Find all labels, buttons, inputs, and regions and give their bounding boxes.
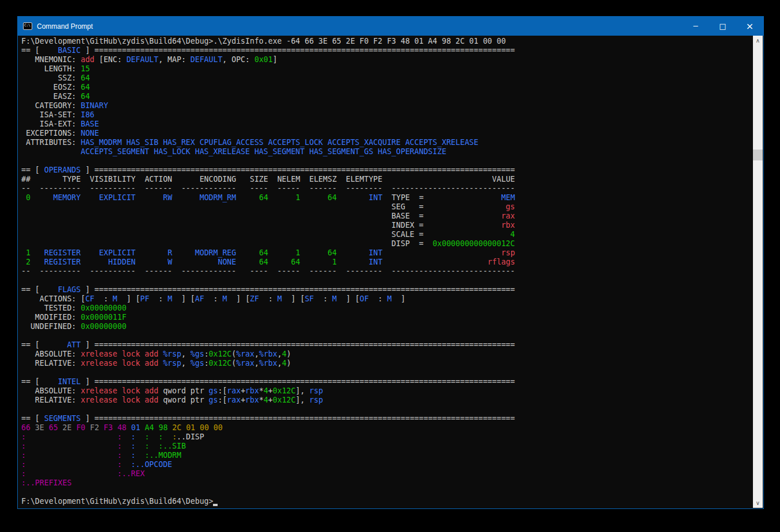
console-text: TYPE = — [391, 193, 424, 202]
console-text — [424, 239, 433, 248]
console-text — [236, 248, 250, 257]
close-button[interactable]: × — [736, 17, 763, 36]
console-line: 1 REGISTER EXPLICIT R MODRM_REG 64 1 64 … — [21, 248, 753, 258]
console-text: + — [241, 386, 245, 395]
console-text: gs — [209, 396, 218, 404]
console-line: CATEGORY: BINARY — [21, 101, 753, 110]
console-text: ACCEPTS_SEGMENT HAS_LOCK HAS_XRELEASE HA… — [21, 147, 446, 156]
minimize-button[interactable]: ─ — [682, 17, 709, 36]
console-text — [209, 423, 214, 432]
console-text — [337, 258, 346, 266]
scrollbar-thumb[interactable] — [753, 150, 763, 160]
console-text: CATEGORY: — [21, 101, 81, 110]
console-text: MODRM_RM — [181, 193, 236, 202]
console-text: ABSOLUTE: — [21, 386, 81, 395]
console-text: 98 — [158, 423, 168, 432]
console-text: M — [113, 294, 117, 303]
console-text: : — [314, 294, 332, 303]
console-text: 64 — [250, 258, 268, 266]
console-text: + — [268, 396, 273, 404]
console-text: %rbx — [259, 350, 277, 358]
console-text: SEG = — [391, 202, 424, 211]
console-line: ISA-SET: I86 — [21, 110, 753, 120]
console-text: INT — [346, 248, 383, 257]
console-text — [424, 221, 501, 229]
console-text: 1 — [277, 248, 300, 257]
console-text — [172, 258, 181, 266]
console-text: 4 — [282, 359, 287, 368]
console-text: :..SIB — [158, 442, 186, 450]
console-text — [337, 248, 346, 257]
console-text — [236, 193, 250, 202]
console-text — [21, 212, 391, 220]
console-line: 66 3E 65 2E F0 F2 F3 48 01 A4 98 2C 01 0… — [21, 423, 753, 433]
console-text: ========================================… — [94, 414, 515, 423]
console-line: F:\Development\GitHub\zydis\Build64\Debu… — [21, 497, 753, 506]
console-text: 64 — [309, 248, 337, 257]
console-text: 2E — [63, 423, 72, 432]
console-text: : — [21, 460, 26, 469]
scrollbar[interactable]: ∧ ∨ — [753, 36, 763, 508]
console-line: ATTRIBUTES: HAS_MODRM HAS_SIB HAS_REX CP… — [21, 138, 753, 147]
console-line: == [ INTEL ] ===========================… — [21, 377, 753, 386]
console-text: : — [131, 451, 136, 460]
console-text: --------------------------- — [391, 184, 515, 193]
console-text: REGISTER — [40, 248, 81, 257]
console-text — [140, 423, 145, 432]
console-text — [122, 460, 131, 469]
console-text: M — [168, 294, 172, 303]
console-text: EOSZ: — [21, 83, 81, 91]
maximize-button[interactable]: □ — [709, 17, 736, 36]
console-text — [300, 248, 309, 257]
console-text — [26, 442, 117, 450]
console-text: M — [277, 294, 282, 303]
console-line: 2 REGISTER HIDDEN W NONE 64 64 1 INT rfl… — [21, 258, 753, 267]
console-text: 00 — [200, 423, 209, 432]
console-text: AF — [195, 294, 204, 303]
scroll-up-icon[interactable]: ∧ — [753, 36, 763, 45]
console-line: SCALE = 4 — [21, 230, 753, 239]
console-text — [122, 451, 131, 460]
console-text: 0x0000011F — [81, 313, 126, 322]
titlebar[interactable]: C:\ Command Prompt ─ □ × — [18, 17, 763, 36]
console-line: ABSOLUTE: xrelease lock add %rsp, %gs:0x… — [21, 350, 753, 359]
console-line: SSZ: 64 — [21, 74, 753, 83]
console-text: : — [117, 433, 122, 441]
console-text — [26, 451, 117, 460]
console-text: ========================================… — [94, 166, 515, 174]
console-text — [382, 193, 391, 202]
scroll-down-icon[interactable]: ∨ — [753, 498, 763, 508]
console-text: ISA-SET: — [21, 110, 81, 119]
console-text: HIDDEN — [90, 258, 135, 266]
console-text: 1 — [309, 258, 337, 266]
desktop: C:\ Command Prompt ─ □ × F:\Development\… — [0, 0, 780, 532]
console-text — [58, 423, 63, 432]
console-text: 48 — [117, 423, 127, 432]
console-text: ATT — [67, 340, 81, 349]
console-text: OPERANDS — [44, 166, 81, 174]
console-text: RW — [144, 193, 172, 202]
console-text: , — [277, 359, 282, 368]
console-text: , — [254, 359, 259, 368]
console-text: 64 — [81, 92, 90, 101]
console-text: PF — [140, 294, 149, 303]
console-text — [21, 202, 391, 211]
console-text: :..MODRM — [144, 451, 181, 460]
console-text: %rax — [236, 350, 254, 358]
console-line: ISA-EXT: BASE — [21, 120, 753, 129]
console-text: EXPLICIT — [90, 193, 135, 202]
console-text — [122, 433, 131, 441]
console-text — [26, 460, 117, 469]
console-text: 2 — [21, 258, 31, 266]
console-line: TESTED: 0x00000000 — [21, 304, 753, 313]
console-text: SEGMENTS — [44, 414, 81, 423]
console-text: -- --------- ---------- ------ ---------… — [21, 267, 391, 275]
console-output[interactable]: F:\Development\GitHub\zydis\Build64\Debu… — [18, 36, 753, 508]
console-text: 1 — [21, 248, 31, 257]
console-text: MODIFIED: — [21, 313, 81, 322]
console-text: CF — [85, 294, 94, 303]
console-text: BINARY — [81, 101, 108, 110]
console-line: LENGTH: 15 — [21, 64, 753, 74]
console-text: TESTED: — [21, 304, 81, 312]
console-text — [382, 175, 492, 183]
